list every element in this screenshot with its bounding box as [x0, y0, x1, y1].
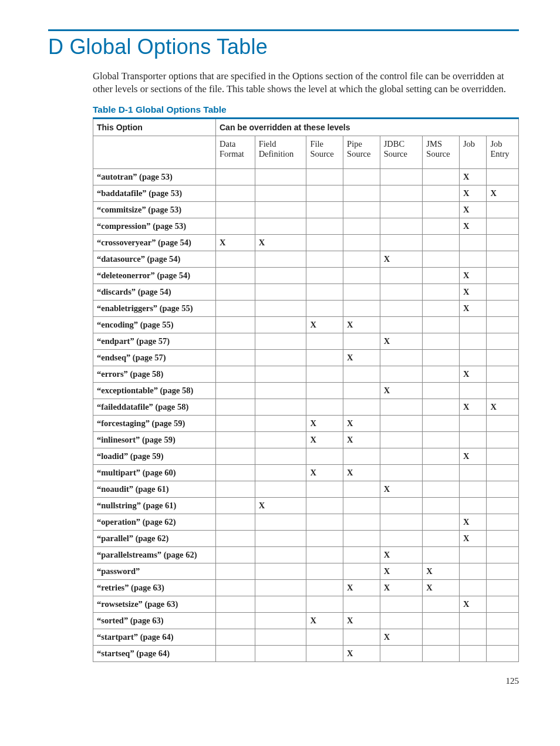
table-row: “autotran” (page 53)X — [93, 168, 519, 185]
option-cell — [343, 546, 380, 563]
option-cell — [343, 366, 380, 382]
table-row: “noaudit” (page 61)X — [93, 481, 519, 497]
option-cell: X — [380, 546, 423, 563]
option-name: “datasource” (page 54) — [93, 251, 216, 267]
option-cell — [423, 218, 460, 234]
table-row: “startpart” (page 64)X — [93, 629, 519, 645]
option-cell — [423, 201, 460, 218]
option-cell — [459, 481, 486, 497]
table-row: “encoding” (page 55)XX — [93, 316, 519, 333]
option-cell — [380, 168, 423, 185]
table-row: “startseq” (page 64)X — [93, 645, 519, 661]
option-cell: X — [487, 185, 519, 201]
option-cell — [380, 283, 423, 300]
option-cell — [216, 333, 255, 349]
table-row: “discards” (page 54)X — [93, 283, 519, 300]
option-cell — [306, 563, 343, 579]
table-row: “parallel” (page 62)X — [93, 530, 519, 546]
table-row: “faileddatafile” (page 58)XX — [93, 399, 519, 415]
option-cell — [423, 267, 460, 283]
option-cell: X — [459, 366, 486, 382]
option-cell — [216, 481, 255, 497]
option-cell — [216, 579, 255, 596]
option-name: “inlinesort” (page 59) — [93, 431, 216, 448]
option-cell — [255, 283, 306, 300]
option-cell — [216, 366, 255, 382]
option-cell — [487, 366, 519, 382]
option-cell — [423, 448, 460, 464]
option-cell — [343, 382, 380, 399]
option-cell — [216, 251, 255, 267]
option-cell — [306, 251, 343, 267]
option-cell — [255, 201, 306, 218]
option-cell — [343, 530, 380, 546]
option-cell — [255, 267, 306, 283]
option-cell — [487, 481, 519, 497]
option-cell — [487, 234, 519, 251]
option-cell — [306, 185, 343, 201]
option-cell — [459, 415, 486, 431]
table-row: “baddatafile” (page 53)XX — [93, 185, 519, 201]
option-cell: X — [343, 579, 380, 596]
table-row: “loadid” (page 59)X — [93, 448, 519, 464]
option-cell: X — [459, 283, 486, 300]
option-cell — [343, 481, 380, 497]
option-cell — [306, 645, 343, 661]
option-cell — [216, 300, 255, 316]
option-name: “faileddatafile” (page 58) — [93, 399, 216, 415]
option-cell — [487, 579, 519, 596]
option-cell — [487, 168, 519, 185]
option-name: “nullstring” (page 61) — [93, 497, 216, 514]
option-cell: X — [216, 234, 255, 251]
option-cell — [380, 201, 423, 218]
option-cell — [216, 612, 255, 629]
option-cell — [216, 218, 255, 234]
option-cell: X — [380, 481, 423, 497]
option-cell — [380, 464, 423, 481]
table-row: “endpart” (page 57)X — [93, 333, 519, 349]
option-cell — [255, 316, 306, 333]
option-cell — [487, 349, 519, 366]
table-row: “endseq” (page 57)X — [93, 349, 519, 366]
option-cell — [306, 399, 343, 415]
option-cell — [216, 267, 255, 283]
option-cell — [216, 563, 255, 579]
option-name: “baddatafile” (page 53) — [93, 185, 216, 201]
option-cell — [255, 514, 306, 530]
option-cell — [487, 201, 519, 218]
option-cell — [343, 201, 380, 218]
option-cell — [216, 168, 255, 185]
option-cell — [423, 514, 460, 530]
option-cell — [487, 316, 519, 333]
option-cell — [255, 579, 306, 596]
option-cell — [343, 399, 380, 415]
table-header-row-2: Data Format Field Definition File Source… — [93, 136, 519, 168]
option-cell — [423, 546, 460, 563]
option-cell: X — [343, 431, 380, 448]
table-row: “retries” (page 63)XXX — [93, 579, 519, 596]
option-cell — [216, 185, 255, 201]
option-cell — [216, 283, 255, 300]
option-cell: X — [459, 218, 486, 234]
option-cell — [423, 333, 460, 349]
option-cell — [216, 497, 255, 514]
option-cell: X — [459, 399, 486, 415]
title-rule — [48, 29, 519, 31]
table-row: “password”XX — [93, 563, 519, 579]
option-cell — [380, 349, 423, 366]
option-name: “startpart” (page 64) — [93, 629, 216, 645]
option-cell: X — [459, 185, 486, 201]
option-cell — [216, 596, 255, 612]
option-cell — [487, 596, 519, 612]
table-caption: Table D-1 Global Options Table — [93, 104, 519, 115]
option-cell — [306, 218, 343, 234]
option-cell — [459, 333, 486, 349]
option-name: “startseq” (page 64) — [93, 645, 216, 661]
option-cell — [423, 399, 460, 415]
option-cell — [459, 629, 486, 645]
option-cell — [343, 448, 380, 464]
option-cell — [343, 629, 380, 645]
option-cell — [306, 168, 343, 185]
option-cell — [216, 201, 255, 218]
option-cell — [459, 612, 486, 629]
